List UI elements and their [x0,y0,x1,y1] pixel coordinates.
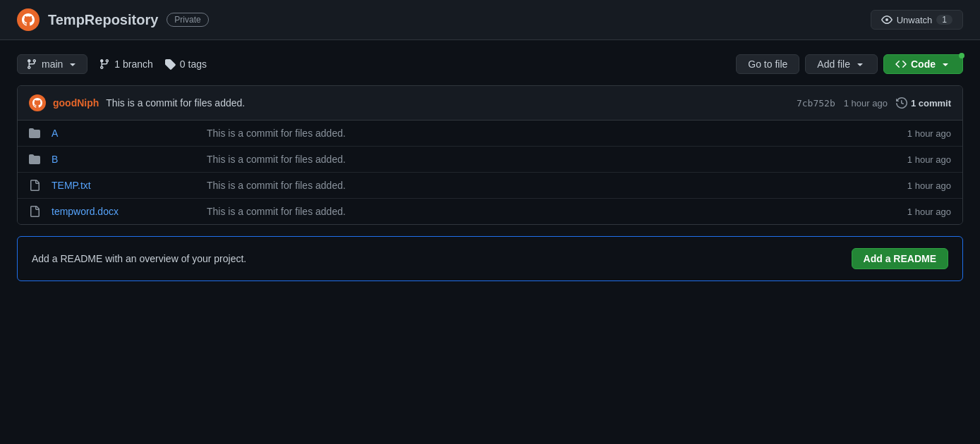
file-commit-msg: This is a commit for files added. [193,206,907,217]
readme-banner: Add a README with an overview of your pr… [17,236,963,281]
code-button[interactable]: Code [883,54,963,74]
commit-username[interactable]: goodNiph [53,97,99,109]
file-name[interactable]: B [52,154,193,165]
branch-name: main [42,58,63,70]
tags-count[interactable]: 0 tags [164,58,207,70]
commit-message: This is a commit for files added. [106,97,245,109]
history-count: 1 commit [911,98,951,109]
file-name[interactable]: tempword.docx [52,206,193,217]
folder-icon [29,154,52,165]
file-icon [29,206,52,217]
commit-row-left: goodNiph This is a commit for files adde… [29,94,245,111]
user-avatar [29,94,46,111]
file-table: goodNiph This is a commit for files adde… [17,85,963,225]
branch-count-label: 1 branch [114,58,153,70]
file-row[interactable]: A This is a commit for files added. 1 ho… [18,121,962,147]
file-name[interactable]: A [52,128,193,139]
toolbar: main 1 branch 0 tags Go to file [17,54,963,74]
commit-history[interactable]: 1 commit [896,97,951,109]
file-row[interactable]: B This is a commit for files added. 1 ho… [18,147,962,173]
file-time: 1 hour ago [907,128,951,139]
header-left: TempRepository Private [17,8,209,31]
tags-count-label: 0 tags [180,58,207,70]
folder-icon [29,128,52,139]
commit-time: 1 hour ago [844,98,888,109]
file-time: 1 hour ago [907,154,951,165]
commit-info-row: goodNiph This is a commit for files adde… [18,86,962,121]
readme-text: Add a README with an overview of your pr… [32,253,246,264]
repo-name: TempRepository [48,12,158,28]
file-commit-msg: This is a commit for files added. [193,180,907,191]
main-content: main 1 branch 0 tags Go to file [0,40,980,295]
commit-hash[interactable]: 7cb752b [797,98,835,109]
goto-file-button[interactable]: Go to file [736,54,799,74]
file-commit-msg: This is a commit for files added. [193,154,907,165]
header: TempRepository Private Unwatch 1 [0,0,980,40]
file-icon [29,180,52,191]
branch-selector[interactable]: main [17,54,87,74]
toolbar-left: main 1 branch 0 tags [17,54,207,74]
file-commit-msg: This is a commit for files added. [193,128,907,139]
branch-count[interactable]: 1 branch [99,58,153,70]
add-file-button[interactable]: Add file [805,54,878,74]
unwatch-count: 1 [936,15,952,25]
commit-row-right: 7cb752b 1 hour ago 1 commit [797,97,951,109]
file-time: 1 hour ago [907,206,951,217]
file-time: 1 hour ago [907,180,951,191]
repo-icon [17,8,40,31]
unwatch-label: Unwatch [897,15,933,25]
notification-dot [959,53,964,58]
toolbar-right: Go to file Add file Code [736,54,963,74]
file-row[interactable]: TEMP.txt This is a commit for files adde… [18,173,962,199]
unwatch-button[interactable]: Unwatch 1 [871,10,963,30]
file-name[interactable]: TEMP.txt [52,180,193,191]
add-readme-button[interactable]: Add a README [852,248,948,269]
file-row[interactable]: tempword.docx This is a commit for files… [18,199,962,224]
private-badge: Private [167,13,208,27]
